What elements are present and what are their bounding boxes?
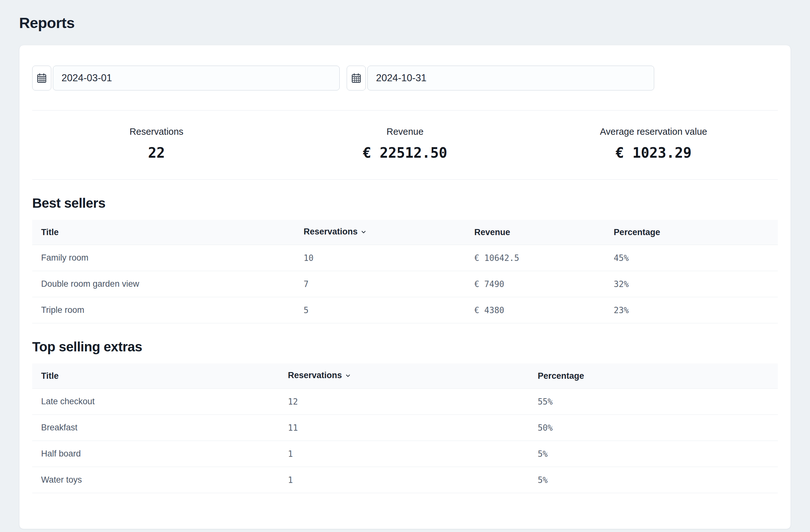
extra-title-cell: Water toys <box>32 467 279 493</box>
reservations-cell: 5 <box>295 297 466 323</box>
table-row: Late checkout 12 55% <box>32 389 778 415</box>
table-header-row: Title Reservations Revenue Percentage <box>32 220 778 245</box>
percentage-cell: 23% <box>605 297 778 323</box>
calendar-icon <box>36 73 47 83</box>
column-header-percentage[interactable]: Percentage <box>605 220 778 245</box>
table-header-row: Title Reservations Percentage <box>32 364 778 389</box>
start-date-input[interactable] <box>53 66 340 90</box>
extra-title-cell: Breakfast <box>32 415 279 441</box>
chevron-down-icon <box>360 228 367 238</box>
revenue-cell: € 4380 <box>466 297 605 323</box>
start-date-group <box>32 66 340 90</box>
column-header-label: Reservations <box>288 370 342 380</box>
table-row: Breakfast 11 50% <box>32 415 778 441</box>
column-header-label: Title <box>41 228 59 237</box>
table-row: Water toys 1 5% <box>32 467 778 493</box>
page-title: Reports <box>19 14 791 32</box>
column-header-label: Percentage <box>614 228 660 237</box>
room-title-cell: Family room <box>32 245 295 271</box>
end-date-input[interactable] <box>368 66 654 90</box>
column-header-label: Percentage <box>537 371 584 381</box>
reservations-cell: 1 <box>279 467 529 493</box>
table-row: Half board 1 5% <box>32 441 778 467</box>
stats-row: Reservations 22 Revenue € 22512.50 Avera… <box>32 111 778 179</box>
reservations-cell: 7 <box>295 271 466 297</box>
reservations-cell: 12 <box>279 389 529 415</box>
reservations-cell: 11 <box>279 415 529 441</box>
percentage-cell: 55% <box>529 389 778 415</box>
divider <box>32 179 778 180</box>
start-date-calendar-button[interactable] <box>32 66 51 90</box>
calendar-icon <box>351 73 362 83</box>
end-date-calendar-button[interactable] <box>347 66 366 90</box>
top-selling-extras-heading: Top selling extras <box>32 339 778 354</box>
stat-value: € 1023.29 <box>616 145 692 161</box>
column-header-reservations[interactable]: Reservations <box>295 220 466 245</box>
extra-title-cell: Half board <box>32 441 279 467</box>
room-title-cell: Double room garden view <box>32 271 295 297</box>
stat-label: Average reservation value <box>600 127 707 137</box>
table-row: Double room garden view 7 € 7490 32% <box>32 271 778 297</box>
reports-card: Reservations 22 Revenue € 22512.50 Avera… <box>19 45 791 529</box>
column-header-title[interactable]: Title <box>32 364 279 389</box>
chevron-down-icon <box>344 371 352 381</box>
percentage-cell: 5% <box>529 467 778 493</box>
revenue-cell: € 10642.5 <box>466 245 605 271</box>
top-selling-extras-table: Title Reservations Percentage Late check… <box>32 364 778 493</box>
percentage-cell: 5% <box>529 441 778 467</box>
date-filters <box>32 66 778 90</box>
stat-label: Reservations <box>129 127 183 137</box>
stat-revenue: Revenue € 22512.50 <box>281 127 529 161</box>
reservations-cell: 1 <box>279 441 529 467</box>
percentage-cell: 50% <box>529 415 778 441</box>
column-header-percentage[interactable]: Percentage <box>529 364 778 389</box>
column-header-label: Reservations <box>304 227 358 236</box>
stat-value: 22 <box>148 145 165 161</box>
extra-title-cell: Late checkout <box>32 389 279 415</box>
column-header-title[interactable]: Title <box>32 220 295 245</box>
stat-label: Revenue <box>387 127 423 137</box>
stat-value: € 22512.50 <box>363 145 448 161</box>
best-sellers-heading: Best sellers <box>32 196 778 211</box>
percentage-cell: 45% <box>605 245 778 271</box>
reservations-cell: 10 <box>295 245 466 271</box>
table-row: Triple room 5 € 4380 23% <box>32 297 778 323</box>
stat-reservations: Reservations 22 <box>32 127 281 161</box>
room-title-cell: Triple room <box>32 297 295 323</box>
revenue-cell: € 7490 <box>466 271 605 297</box>
end-date-group <box>347 66 654 90</box>
best-sellers-table: Title Reservations Revenue Percentage Fa… <box>32 220 778 323</box>
percentage-cell: 32% <box>605 271 778 297</box>
column-header-reservations[interactable]: Reservations <box>279 364 529 389</box>
stat-average-reservation-value: Average reservation value € 1023.29 <box>529 127 778 161</box>
reports-page: Reports <box>0 0 810 532</box>
column-header-label: Revenue <box>474 228 511 237</box>
column-header-label: Title <box>41 371 59 381</box>
column-header-revenue[interactable]: Revenue <box>466 220 605 245</box>
table-row: Family room 10 € 10642.5 45% <box>32 245 778 271</box>
